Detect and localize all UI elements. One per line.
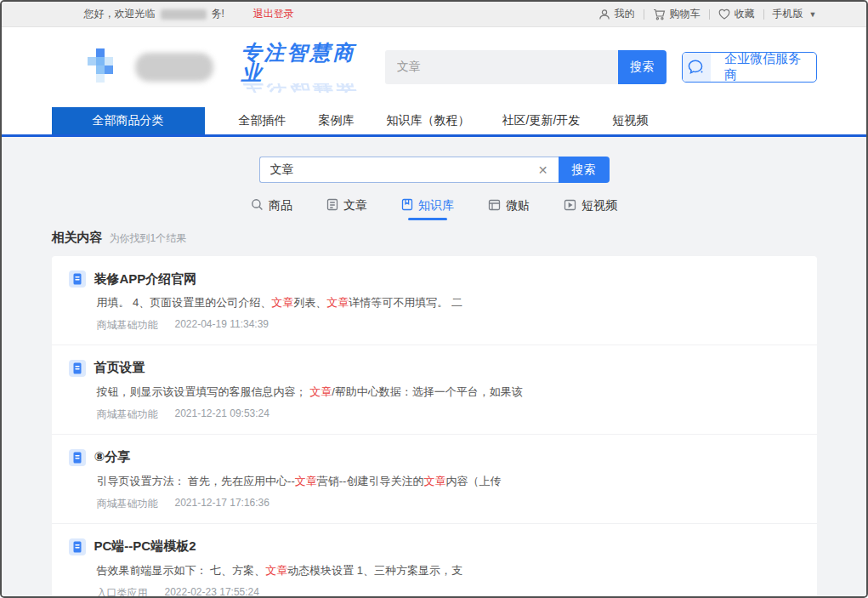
tab-goods[interactable]: 商品 xyxy=(247,193,296,219)
result-item[interactable]: 首页设置按钮，则显示该设置填写的客服信息内容； 文章/帮助中心数据：选择一个平台… xyxy=(52,345,817,435)
nav-links: 全部插件案例库知识库（教程）社区/更新/开发短视频 xyxy=(239,107,649,134)
blurred-logo-text xyxy=(135,53,214,82)
site-header: 专注智慧商业 专注智慧商业 搜索 企业微信服务商 xyxy=(2,27,866,107)
cart-label: 购物车 xyxy=(670,7,701,21)
video-icon xyxy=(564,199,576,214)
cart-icon xyxy=(653,9,666,20)
main-nav: 全部商品分类 全部插件案例库知识库（教程）社区/更新/开发短视频 xyxy=(2,107,866,134)
wechat-service-label: 企业微信服务商 xyxy=(711,52,816,83)
mobile-version-label: 手机版 xyxy=(773,7,803,21)
nav-link-3[interactable]: 社区/更新/开发 xyxy=(502,113,581,128)
result-meta: 商城基础功能2021-12-17 17:16:36 xyxy=(97,497,800,511)
tagline-reflection: 专注智慧商业 xyxy=(241,83,359,93)
tab-knowledge-base[interactable]: 知识库 xyxy=(398,193,457,219)
nav-all-categories[interactable]: 全部商品分类 xyxy=(52,107,205,134)
result-title[interactable]: ⑧分享 xyxy=(94,449,131,465)
logo-tagline: 专注智慧商业 专注智慧商业 xyxy=(241,43,359,93)
result-timestamp: 2022-02-23 17:55:24 xyxy=(165,586,259,598)
search-icon xyxy=(251,198,264,214)
greeting-suffix: 务! xyxy=(212,7,224,21)
mobile-version-menu[interactable]: 手机版 ▼ xyxy=(773,7,817,21)
results-count: 为你找到1个结果 xyxy=(110,231,187,246)
tab-posts-label: 微贴 xyxy=(506,198,530,214)
content-area: ✕ 搜索 商品 文章 知识库 微贴 xyxy=(2,137,866,598)
result-meta: 商城基础功能2022-04-19 11:34:39 xyxy=(97,318,800,333)
cart-link[interactable]: 购物车 xyxy=(653,7,701,21)
result-item[interactable]: ⑧分享引导页设置方法： 首先，先在应用中心--文章营销--创建引导关注的文章内容… xyxy=(52,435,817,524)
header-search-button[interactable]: 搜索 xyxy=(618,50,667,84)
tab-articles[interactable]: 文章 xyxy=(323,193,371,219)
nav-link-1[interactable]: 案例库 xyxy=(319,113,355,128)
greeting-text: 您好，欢迎光临 xyxy=(84,7,156,21)
tab-short-videos-label: 短视频 xyxy=(582,198,617,214)
results-list: 装修APP介绍官网用填。 4、页面设置里的公司介绍、文章列表、文章详情等可不用填… xyxy=(52,256,817,598)
site-logo[interactable]: 专注智慧商业 专注智慧商业 xyxy=(52,43,360,93)
favorites-label: 收藏 xyxy=(735,7,755,21)
logo-mark-icon xyxy=(86,47,123,88)
result-meta: 入口类应用2022-02-23 17:55:24 xyxy=(97,586,800,598)
top-utility-bar: 您好，欢迎光临 务! 退出登录 我的 购物车 收藏 xyxy=(2,2,866,27)
browser-window: 您好，欢迎光临 务! 退出登录 我的 购物车 收藏 xyxy=(0,0,868,598)
results-heading: 相关内容 xyxy=(52,230,103,246)
document-icon xyxy=(69,360,86,377)
post-icon xyxy=(488,199,501,214)
nav-link-4[interactable]: 短视频 xyxy=(612,113,648,128)
article-icon xyxy=(326,198,338,214)
wechat-chat-icon xyxy=(683,53,711,82)
result-description: 按钮，则显示该设置填写的客服信息内容； 文章/帮助中心数据：选择一个平台，如果该 xyxy=(97,385,800,400)
document-icon xyxy=(69,449,86,466)
result-item[interactable]: 装修APP介绍官网用填。 4、页面设置里的公司介绍、文章列表、文章详情等可不用填… xyxy=(52,256,817,345)
result-meta: 商城基础功能2021-12-21 09:53:24 xyxy=(97,407,800,422)
divider xyxy=(644,9,644,20)
result-timestamp: 2021-12-21 09:53:24 xyxy=(175,407,269,422)
logout-link[interactable]: 退出登录 xyxy=(253,7,294,21)
wechat-service-button[interactable]: 企业微信服务商 xyxy=(682,52,817,83)
my-account-label: 我的 xyxy=(615,7,635,21)
blurred-username xyxy=(161,9,207,20)
main-search-button[interactable]: 搜索 xyxy=(559,157,610,183)
tab-posts[interactable]: 微贴 xyxy=(485,193,533,219)
header-search: 搜索 xyxy=(385,50,667,84)
divider xyxy=(709,9,710,20)
heart-icon xyxy=(718,9,730,20)
nav-link-2[interactable]: 知识库（教程） xyxy=(387,113,470,128)
my-account-link[interactable]: 我的 xyxy=(599,7,635,21)
document-icon xyxy=(69,271,86,288)
header-search-input[interactable] xyxy=(385,50,618,84)
result-description: 用填。 4、页面设置里的公司介绍、文章列表、文章详情等可不用填写。 二 xyxy=(97,296,800,310)
result-item[interactable]: PC端--PC端模板2告效果前端显示如下： 七、方案、文章动态模块设置 1、三种… xyxy=(52,524,817,598)
main-search-input[interactable] xyxy=(260,163,528,177)
main-search: ✕ 搜索 xyxy=(259,157,610,183)
tagline-text: 专注智慧商业 xyxy=(241,43,359,83)
tab-knowledge-base-label: 知识库 xyxy=(418,198,454,214)
clear-search-icon[interactable]: ✕ xyxy=(528,163,559,177)
result-timestamp: 2021-12-17 17:16:36 xyxy=(175,497,269,511)
result-type-tabs: 商品 文章 知识库 微贴 短视频 xyxy=(2,193,866,219)
result-title[interactable]: 首页设置 xyxy=(94,360,145,376)
tab-short-videos[interactable]: 短视频 xyxy=(560,193,621,219)
result-description: 引导页设置方法： 首先，先在应用中心--文章营销--创建引导关注的文章内容（上传 xyxy=(97,475,800,489)
favorites-link[interactable]: 收藏 xyxy=(718,7,755,21)
result-title[interactable]: 装修APP介绍官网 xyxy=(94,271,197,288)
result-category: 商城基础功能 xyxy=(97,497,158,511)
nav-link-0[interactable]: 全部插件 xyxy=(239,113,286,128)
document-icon xyxy=(69,538,86,555)
result-category: 商城基础功能 xyxy=(97,318,158,333)
user-icon xyxy=(599,9,610,20)
result-title[interactable]: PC端--PC端模板2 xyxy=(94,538,196,555)
divider xyxy=(763,9,764,20)
result-description: 告效果前端显示如下： 七、方案、文章动态模块设置 1、三种方案显示，支 xyxy=(97,564,800,578)
result-timestamp: 2022-04-19 11:34:39 xyxy=(175,318,269,333)
tab-articles-label: 文章 xyxy=(343,198,367,214)
result-category: 商城基础功能 xyxy=(97,407,158,422)
result-category: 入口类应用 xyxy=(97,586,148,598)
caret-down-icon: ▼ xyxy=(809,10,817,19)
knowledge-icon xyxy=(401,198,413,214)
tab-goods-label: 商品 xyxy=(269,198,292,214)
